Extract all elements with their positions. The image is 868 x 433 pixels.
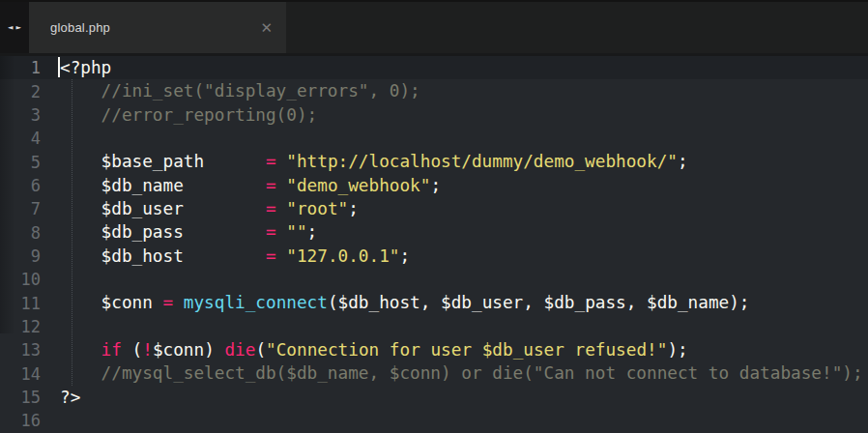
code-line[interactable]: 5 $base_path = "http://localhost/dummy/d… bbox=[0, 150, 868, 173]
code-line-text: //error_reporting(0); bbox=[60, 103, 868, 127]
tab-bar: ◄ ► global.php ✕ bbox=[0, 0, 868, 56]
line-number: 15 bbox=[0, 388, 60, 407]
code-line[interactable]: 15?> bbox=[0, 386, 868, 409]
code-line[interactable]: 16 bbox=[0, 409, 868, 432]
code-line[interactable]: 1<?php bbox=[0, 56, 868, 79]
code-line[interactable]: 10 bbox=[0, 268, 868, 291]
code-line[interactable]: 4 bbox=[0, 127, 868, 150]
text-caret bbox=[58, 57, 60, 77]
code-line-text: $db_pass = ""; bbox=[60, 220, 868, 244]
line-number: 11 bbox=[0, 294, 60, 313]
code-line-text: ?> bbox=[60, 386, 868, 409]
line-number: 7 bbox=[0, 199, 60, 218]
code-line-text: if (!$conn) die("Connection for user $db… bbox=[60, 338, 868, 361]
code-line[interactable]: 7 $db_user = "root"; bbox=[0, 197, 868, 220]
code-line[interactable]: 9 $db_host = "127.0.0.1"; bbox=[0, 245, 868, 268]
code-line[interactable]: 3 //error_reporting(0); bbox=[0, 103, 868, 127]
code-line[interactable]: 12 bbox=[0, 315, 868, 338]
code-line-text: $base_path = "http://localhost/dummy/dem… bbox=[60, 150, 868, 173]
tab-label: global.php bbox=[50, 20, 260, 35]
line-number: 3 bbox=[0, 105, 60, 125]
nav-forward-icon[interactable]: ► bbox=[16, 23, 21, 32]
line-number: 2 bbox=[0, 82, 60, 101]
code-line-text: $db_host = "127.0.0.1"; bbox=[60, 245, 868, 268]
code-line[interactable]: 13 if (!$conn) die("Connection for user … bbox=[0, 338, 868, 361]
code-line[interactable]: 14 //mysql_select_db($db_name, $conn) or… bbox=[0, 361, 868, 385]
tab-nav-arrows: ◄ ► bbox=[0, 2, 29, 53]
line-number: 12 bbox=[0, 317, 60, 336]
line-number: 16 bbox=[0, 411, 60, 430]
line-number: 4 bbox=[0, 129, 60, 148]
line-number: 5 bbox=[0, 153, 60, 172]
code-line-text: $db_user = "root"; bbox=[60, 197, 868, 220]
line-number: 14 bbox=[0, 364, 60, 384]
code-editor[interactable]: 1<?php2 //ini_set("display_errors", 0);3… bbox=[0, 56, 868, 433]
code-lines: 1<?php2 //ini_set("display_errors", 0);3… bbox=[0, 56, 868, 433]
tab-global-php[interactable]: global.php ✕ bbox=[29, 2, 286, 53]
tab-close-icon[interactable]: ✕ bbox=[260, 20, 273, 35]
line-number: 8 bbox=[0, 223, 60, 243]
code-line-text: //mysql_select_db($db_name, $conn) or di… bbox=[60, 361, 868, 385]
line-number: 9 bbox=[0, 246, 60, 266]
line-number: 13 bbox=[0, 340, 60, 360]
code-line[interactable]: 8 $db_pass = ""; bbox=[0, 220, 868, 244]
line-number: 6 bbox=[0, 176, 60, 195]
editor-window: ◄ ► global.php ✕ 1<?php2 //ini_set("disp… bbox=[0, 0, 868, 433]
code-line-text: $db_name = "demo_webhook"; bbox=[60, 174, 868, 197]
code-line[interactable]: 2 //ini_set("display_errors", 0); bbox=[0, 79, 868, 102]
nav-back-icon[interactable]: ◄ bbox=[8, 23, 13, 32]
line-number: 10 bbox=[0, 270, 60, 289]
code-line[interactable]: 6 $db_name = "demo_webhook"; bbox=[0, 174, 868, 197]
code-line[interactable]: 11 $conn = mysqli_connect($db_host, $db_… bbox=[0, 291, 868, 314]
code-line-text: <?php bbox=[60, 56, 868, 79]
line-number: 1 bbox=[0, 58, 60, 77]
code-line-text: //ini_set("display_errors", 0); bbox=[60, 79, 868, 102]
code-line-text: $conn = mysqli_connect($db_host, $db_use… bbox=[60, 291, 868, 314]
